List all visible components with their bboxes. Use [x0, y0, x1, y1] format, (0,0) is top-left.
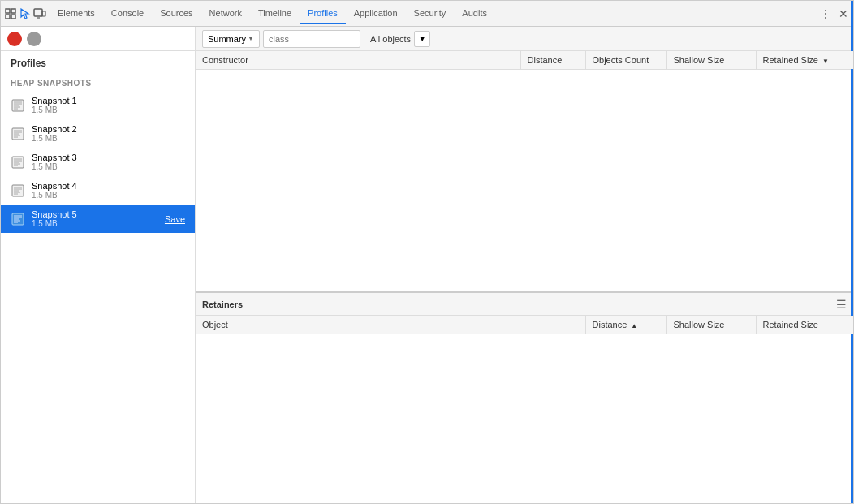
- tab-profiles[interactable]: Profiles: [300, 3, 346, 24]
- sidebar-title: Profiles: [1, 51, 195, 75]
- objects-label: All objects: [370, 34, 411, 44]
- snapshot-item-4[interactable]: Snapshot 4 1.5 MB: [1, 176, 195, 205]
- snapshot-name-5: Snapshot 5: [32, 209, 158, 219]
- summary-label: Summary: [208, 34, 246, 44]
- snapshot-info-3: Snapshot 3 1.5 MB: [32, 153, 185, 171]
- distance-sort-icon: ▲: [631, 322, 637, 330]
- cursor-icon[interactable]: [19, 7, 32, 20]
- snapshot-icon-5: [11, 212, 25, 226]
- th-retained-size-label: Retained Size: [763, 55, 819, 65]
- retainers-table-wrap[interactable]: Object Distance ▲ Shallow Size: [196, 316, 853, 503]
- tab-network[interactable]: Network: [201, 3, 250, 24]
- retainers-header: Retainers ☰: [196, 293, 853, 316]
- th-distance-ret[interactable]: Distance ▲: [585, 316, 666, 334]
- snapshot-item-3[interactable]: Snapshot 3 1.5 MB: [1, 148, 195, 176]
- clear-button[interactable]: [27, 32, 41, 46]
- tab-bar: Elements Console Sources Network Timelin…: [1, 1, 853, 27]
- retainers-title: Retainers: [202, 299, 836, 309]
- th-distance[interactable]: Distance: [520, 51, 585, 70]
- summary-dropdown[interactable]: Summary ▼: [202, 30, 260, 48]
- svg-marker-4: [21, 9, 28, 19]
- th-shallow-size[interactable]: Shallow Size: [666, 51, 756, 70]
- sub-toolbar: Summary ▼ All objects ▼: [196, 27, 853, 51]
- retainers-table: Object Distance ▲ Shallow Size: [196, 316, 853, 334]
- sidebar: Profiles HEAP SNAPSHOTS Snapshot 1: [1, 27, 196, 503]
- snapshot-name-4: Snapshot 4: [32, 181, 185, 191]
- table-container: Constructor Distance Objects Count Shall…: [196, 51, 853, 503]
- class-filter-input[interactable]: [263, 30, 360, 48]
- snapshot-size-3: 1.5 MB: [32, 162, 185, 171]
- snapshot-icon-1: [11, 98, 25, 113]
- heap-table: Constructor Distance Objects Count Shall…: [196, 51, 853, 70]
- th-constructor-label: Constructor: [202, 55, 248, 65]
- right-panel: Summary ▼ All objects ▼: [196, 27, 853, 503]
- th-shallow-size-label: Shallow Size: [674, 55, 725, 65]
- snapshot-name-1: Snapshot 1: [32, 96, 185, 106]
- objects-dropdown-button[interactable]: ▼: [414, 31, 430, 47]
- inspect-icon[interactable]: [4, 7, 17, 20]
- summary-dropdown-arrow: ▼: [248, 35, 254, 42]
- tab-security[interactable]: Security: [406, 3, 455, 24]
- snapshot-size-1: 1.5 MB: [32, 106, 185, 114]
- close-devtools-icon[interactable]: ✕: [837, 7, 850, 20]
- more-options-icon[interactable]: ⋮: [819, 7, 832, 20]
- th-objects-count-label: Objects Count: [593, 55, 649, 65]
- snapshot-name-2: Snapshot 2: [32, 124, 185, 134]
- tab-audits[interactable]: Audits: [454, 3, 495, 24]
- snapshot-info-1: Snapshot 1 1.5 MB: [32, 96, 185, 114]
- tab-timeline[interactable]: Timeline: [250, 3, 300, 24]
- heap-snapshots-label: HEAP SNAPSHOTS: [1, 75, 195, 91]
- snapshot-info-2: Snapshot 2 1.5 MB: [32, 124, 185, 143]
- svg-rect-1: [11, 9, 15, 13]
- tab-elements[interactable]: Elements: [50, 3, 103, 24]
- record-button[interactable]: [7, 32, 22, 46]
- snapshot-info-4: Snapshot 4 1.5 MB: [32, 181, 185, 200]
- retained-sort-icon: ▼: [822, 58, 829, 65]
- th-shallow-ret-label: Shallow Size: [674, 320, 725, 330]
- snapshot-icon-4: [11, 183, 25, 198]
- snapshot-item-2[interactable]: Snapshot 2 1.5 MB: [1, 119, 195, 148]
- retainers-section: Retainers ☰ Object Dista: [196, 292, 853, 503]
- responsive-icon[interactable]: [33, 7, 46, 20]
- svg-rect-5: [34, 9, 42, 16]
- snapshot-size-2: 1.5 MB: [32, 134, 185, 143]
- th-distance-label: Distance: [528, 55, 563, 65]
- save-button[interactable]: Save: [165, 214, 185, 224]
- snapshot-size-5: 1.5 MB: [32, 219, 158, 228]
- svg-rect-3: [11, 15, 15, 19]
- tab-console[interactable]: Console: [103, 3, 152, 24]
- tab-application[interactable]: Application: [346, 3, 406, 24]
- snapshot-size-4: 1.5 MB: [32, 191, 185, 200]
- snapshot-icon-2: [11, 127, 25, 141]
- th-retained-ret[interactable]: Retained Size: [756, 316, 853, 334]
- svg-rect-6: [42, 11, 45, 16]
- th-shallow-ret[interactable]: Shallow Size: [666, 316, 756, 334]
- sidebar-toolbar: [1, 27, 195, 51]
- snapshot-item-1[interactable]: Snapshot 1 1.5 MB: [1, 91, 195, 119]
- th-retained-ret-label: Retained Size: [763, 320, 819, 330]
- th-objects-count[interactable]: Objects Count: [585, 51, 666, 70]
- upper-table[interactable]: Constructor Distance Objects Count Shall…: [196, 51, 853, 292]
- retainers-menu-icon[interactable]: ☰: [836, 298, 847, 311]
- snapshot-info-5: Snapshot 5 1.5 MB: [32, 209, 158, 228]
- th-distance-ret-label: Distance: [593, 320, 628, 330]
- svg-rect-2: [6, 15, 10, 19]
- snapshot-icon-3: [11, 155, 25, 170]
- snapshot-name-3: Snapshot 3: [32, 153, 185, 162]
- th-constructor[interactable]: Constructor: [196, 51, 520, 70]
- th-retained-size[interactable]: Retained Size ▼: [756, 51, 853, 70]
- th-object-label: Object: [202, 320, 228, 330]
- th-object[interactable]: Object: [196, 316, 585, 334]
- svg-rect-0: [6, 9, 10, 13]
- snapshot-item-5[interactable]: Snapshot 5 1.5 MB Save: [1, 205, 195, 233]
- objects-dropdown-arrow-icon: ▼: [419, 35, 426, 43]
- main-area: Profiles HEAP SNAPSHOTS Snapshot 1: [1, 27, 853, 503]
- tab-sources[interactable]: Sources: [152, 3, 201, 24]
